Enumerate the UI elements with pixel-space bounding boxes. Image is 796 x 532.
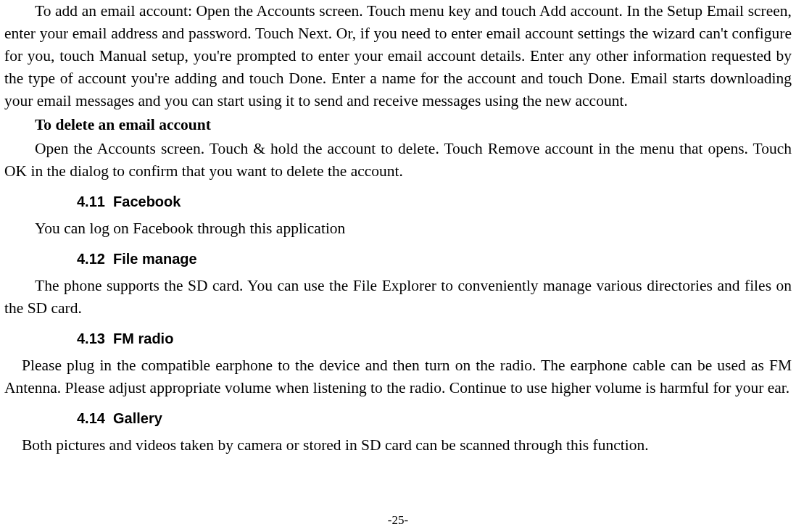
- heading-413-fm-radio: 4.13 FM radio: [4, 327, 792, 350]
- paragraph-file-manage: The phone supports the SD card. You can …: [4, 275, 792, 320]
- paragraph-gallery: Both pictures and videos taken by camera…: [4, 434, 792, 457]
- heading-delete-account: To delete an email account: [4, 114, 792, 136]
- heading-414-gallery: 4.14 Gallery: [4, 407, 792, 430]
- paragraph-add-account: To add an email account: Open the Accoun…: [4, 0, 792, 112]
- heading-412-file-manage: 4.12 File manage: [4, 247, 792, 270]
- heading-411-facebook: 4.11 Facebook: [4, 190, 792, 213]
- paragraph-fm-radio: Please plug in the compatible earphone t…: [4, 354, 792, 399]
- paragraph-facebook: You can log on Facebook through this app…: [4, 217, 792, 240]
- page-number: -25-: [0, 513, 796, 528]
- page-container: To add an email account: Open the Accoun…: [0, 0, 796, 532]
- paragraph-delete-account: Open the Accounts screen. Touch & hold t…: [4, 138, 792, 183]
- heading-delete-account-text: To delete an email account: [35, 116, 211, 133]
